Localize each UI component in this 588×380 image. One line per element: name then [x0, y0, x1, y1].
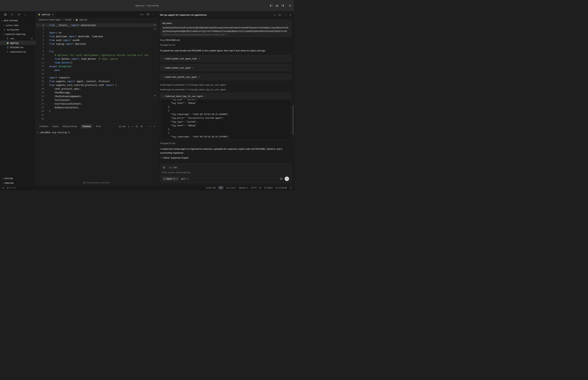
- python-version-status[interactable]: 3.13.2 64-bit: [275, 187, 287, 189]
- code-line-15[interactable]: 15import requests: [36, 76, 157, 79]
- settings-gear-icon[interactable]: [288, 4, 291, 7]
- notifications-bell-icon[interactable]: [290, 187, 292, 189]
- terminal[interactable]: abhi@Mac mcp-testing %: [36, 130, 157, 185]
- split-editor-icon[interactable]: [147, 13, 149, 16]
- chat-input-placeholder[interactable]: Plan, search, build anything: [162, 171, 289, 174]
- code-line-25[interactable]: 25: [36, 113, 157, 117]
- agent-mode-selector[interactable]: ∞ Agent ⌘I: [162, 177, 179, 181]
- code-line-7[interactable]: 7: [36, 46, 157, 50]
- source-control-icon[interactable]: [18, 13, 20, 16]
- image-icon[interactable]: [280, 177, 283, 180]
- toggle-right-sidebar-icon[interactable]: [281, 4, 284, 7]
- indentation-status[interactable]: Spaces: 4: [239, 187, 248, 189]
- code-line-12[interactable]: 12except Exception:: [36, 64, 157, 68]
- kill-terminal-icon[interactable]: [141, 125, 143, 128]
- cursor-position[interactable]: Ln 1, Col 1: [226, 187, 236, 189]
- problems-indicator[interactable]: ⊘ 0 ⚠ 0: [7, 187, 15, 189]
- log-tool-card[interactable]: Called get_latest_logs_for_user_agent ✓ …: [160, 93, 291, 140]
- breadcrumb-item[interactable]: supercars-expert-agent: [39, 19, 61, 21]
- sidebar-section-timeline[interactable]: TIMELINE: [0, 181, 36, 185]
- chat-scrollbar[interactable]: [293, 105, 293, 135]
- read-target[interactable]: README.md: [166, 39, 180, 41]
- panel-tab-terminal[interactable]: Terminal: [81, 125, 92, 128]
- panel-tab-problems[interactable]: Problems: [39, 125, 49, 128]
- code-line-11[interactable]: 11 load_dotenv(): [36, 61, 157, 64]
- new-terminal-icon[interactable]: +: [128, 125, 130, 128]
- tree-item-readme-md[interactable]: README.md: [0, 45, 36, 50]
- chat-more-icon[interactable]: ···: [284, 13, 287, 16]
- code-line-20[interactable]: 20 ChatAcknowledgement,: [36, 95, 157, 98]
- tool-call-card[interactable]: Called update_user_agent✓: [160, 64, 291, 71]
- mention-icon[interactable]: @: [162, 166, 166, 170]
- code-line-13[interactable]: 13 pass: [36, 68, 157, 72]
- tree-item--cursor-rules[interactable]: .cursor / rules: [0, 23, 36, 27]
- send-button[interactable]: ↑: [285, 177, 289, 181]
- shell-selector[interactable]: zsh: [119, 125, 125, 128]
- chevron-down-icon[interactable]: [24, 13, 25, 16]
- code-line-23[interactable]: 23 EndSessionContent,: [36, 106, 157, 109]
- chat-conversation[interactable]: My token eyJhbGciOiJSUzI1NiJ9.eyJleHAiOj…: [157, 18, 294, 164]
- eol-status[interactable]: LF: [259, 187, 262, 189]
- tree-item-agent-py[interactable]: agent.py: [0, 41, 36, 45]
- remote-indicator-icon[interactable]: ><: [2, 187, 4, 189]
- breadcrumb-item[interactable]: hosted: [65, 19, 71, 21]
- thought-summary[interactable]: Thought for 25s: [160, 142, 291, 145]
- workspace-header[interactable]: MCP-TESTING: [0, 18, 36, 23]
- panel-tab-output[interactable]: Output: [52, 125, 59, 128]
- more-actions-icon[interactable]: ···: [152, 13, 155, 16]
- code-editor[interactable]: 1from __future__ import annotations23imp…: [36, 22, 157, 123]
- chevron-down-icon[interactable]: [132, 126, 133, 127]
- code-line-24[interactable]: 24): [36, 109, 157, 113]
- explorer-icon[interactable]: [4, 13, 7, 16]
- context-tab-chip[interactable]: 1 Tab: [167, 166, 178, 170]
- tool-call-card[interactable]: Called start_specific_user_agent✓: [160, 74, 291, 80]
- code-line-6[interactable]: 6from typing import Optional: [36, 42, 157, 46]
- code-line-8[interactable]: 8try:: [36, 50, 157, 53]
- code-line-21[interactable]: 21 TextContent,: [36, 98, 157, 102]
- log-output[interactable]: "log_type": "system", "log_level": "debu…: [160, 99, 291, 139]
- panel-more-icon[interactable]: ···: [146, 125, 148, 128]
- tree-item-requirements-txt[interactable]: requirements.txt: [0, 50, 36, 54]
- sidebar-section-outline[interactable]: OUTLINE: [0, 176, 36, 181]
- code-line-17[interactable]: 17from uagents_core.contrib.protocols.ch…: [36, 83, 157, 87]
- cursor-tab-status[interactable]: Cursor Tab: [206, 187, 216, 189]
- code-line-9[interactable]: 9 # Optional for local development; Agen…: [36, 53, 157, 57]
- panel-tab-ports[interactable]: Ports: [96, 125, 101, 128]
- tab-close-icon[interactable]: ×: [52, 13, 54, 16]
- close-panel-icon[interactable]: ×: [154, 125, 155, 128]
- code-line-1[interactable]: 1from __future__ import annotations: [36, 23, 157, 27]
- run-button[interactable]: ▷: [141, 13, 144, 16]
- code-line-4[interactable]: 4from datetime import datetime, timezone: [36, 35, 157, 38]
- zoom-button[interactable]: [218, 186, 223, 189]
- code-line-19[interactable]: 19 ChatMessage,: [36, 91, 157, 95]
- code-line-2[interactable]: 2: [36, 27, 157, 31]
- code-line-18[interactable]: 18 chat_protocol_spec,: [36, 87, 157, 91]
- tree-item-supercars-expert-ag-[interactable]: supercars-expert-ag...: [0, 32, 36, 36]
- code-line-14[interactable]: 14: [36, 72, 157, 76]
- split-terminal-icon[interactable]: [136, 125, 138, 128]
- code-line-16[interactable]: 16from uagents import Agent, Context, Pr…: [36, 79, 157, 83]
- toggle-bottom-panel-icon[interactable]: [276, 4, 278, 7]
- code-line-3[interactable]: 3import os: [36, 31, 157, 35]
- code-line-5[interactable]: 5from uuid import uuid4: [36, 38, 157, 42]
- code-line-26[interactable]: 26: [36, 117, 157, 121]
- language-status[interactable]: {} Python: [264, 187, 273, 189]
- panel-tab-debug-console[interactable]: Debug Console: [62, 125, 77, 128]
- tree-item-av-mcp-mdc[interactable]: av-mcp.mdc: [0, 27, 36, 32]
- code-line-22[interactable]: 22 StartSessionContent,: [36, 102, 157, 106]
- encoding-status[interactable]: UTF-8: [251, 187, 256, 189]
- tool-call-card[interactable]: Called update_user_agent_code✓: [160, 55, 291, 62]
- close-chat-icon[interactable]: ×: [290, 13, 291, 16]
- new-chat-icon[interactable]: +: [274, 13, 275, 16]
- history-icon[interactable]: [279, 14, 281, 16]
- tab-agent-py[interactable]: agent.py ×: [36, 11, 57, 18]
- thought-summary[interactable]: Thought for 47s: [160, 44, 291, 46]
- log-card-header[interactable]: Called get_latest_logs_for_user_agent ✓: [160, 93, 291, 99]
- search-icon[interactable]: [11, 13, 14, 16]
- code-line-10[interactable]: 10 from dotenv import load_dotenv # type…: [36, 57, 157, 61]
- toggle-left-sidebar-icon[interactable]: [270, 4, 273, 7]
- token-card[interactable]: My token eyJhbGciOiJSUzI1NiJ9.eyJleHAiOj…: [160, 20, 291, 37]
- breadcrumb-item[interactable]: agent.py: [79, 19, 87, 21]
- model-selector[interactable]: gpt-5: [181, 178, 189, 180]
- maximize-panel-icon[interactable]: [150, 126, 151, 127]
